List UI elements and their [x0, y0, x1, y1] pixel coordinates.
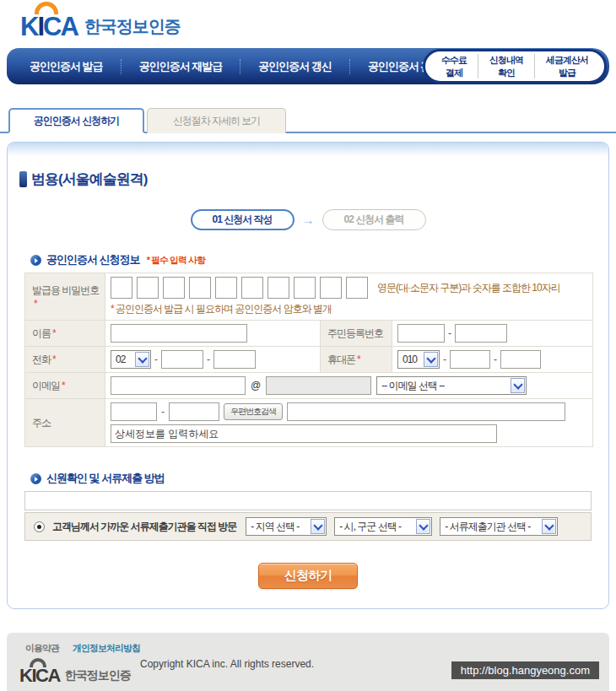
password-char-box[interactable] — [241, 277, 263, 299]
label-issue-password: 발급용 비밀번호* — [25, 273, 105, 321]
city-district-select[interactable]: - 시, 구군 선택 - — [334, 517, 432, 536]
address-base-input[interactable] — [287, 402, 565, 421]
email-domain-input[interactable] — [266, 376, 371, 395]
select-value: -- 이메일 선택 -- — [377, 379, 510, 393]
quick-links-pill: 수수료결제 신청내역확인 세금계산서발급 — [423, 49, 607, 84]
quick-link-tax-invoice[interactable]: 세금계산서발급 — [534, 54, 599, 78]
copyright-text: Copyright KICA inc. All rights reserved. — [140, 658, 314, 670]
required-fields-note: * 필수 입력 사항 — [147, 254, 205, 267]
note-text: 공인인증서 발급 시 필요하며 공인인증서 암호와 별개 — [116, 303, 332, 315]
mobile-prefix-select[interactable]: 010 — [397, 350, 440, 369]
header: KICA 한국정보인증 공인인증서 발급 공인인증서 재발급 공인인증서 갱신 … — [0, 0, 616, 84]
phone-prefix-select[interactable]: 02 — [111, 350, 151, 369]
tab-apply-certificate[interactable]: 공인인증서 신청하기 — [8, 108, 144, 133]
label-email: 이메일* — [25, 373, 105, 399]
quick-link-text: 확인 — [498, 67, 515, 78]
phone-last-input[interactable] — [213, 350, 256, 369]
chevron-down-icon — [511, 378, 525, 393]
section-bullet-icon — [30, 255, 41, 266]
quick-link-fee-payment[interactable]: 수수료결제 — [430, 54, 478, 78]
label-mobile: 휴대폰* — [321, 347, 392, 373]
quick-link-text: 세금계산서 — [546, 55, 588, 65]
quick-link-text: 결제 — [446, 67, 462, 78]
password-char-box[interactable] — [163, 277, 185, 299]
footer-links: 이용약관 개인정보처리방침 — [25, 642, 140, 655]
main-navigation: 공인인증서 발급 공인인증서 재발급 공인인증서 갱신 공인인증서 관리 수수료… — [7, 48, 609, 84]
label-text: 주소 — [32, 417, 51, 429]
page-title-text: 범용(서울예술원격) — [31, 170, 147, 189]
label-text: 발급용 비밀번호 — [32, 284, 99, 296]
zipcode-search-button[interactable]: 우편번호검색 — [224, 403, 283, 420]
watermark-url: http://blog.hangyeong.com — [451, 661, 599, 679]
dash-separator: - — [443, 354, 446, 365]
address-detail-input[interactable] — [111, 424, 497, 443]
password-note: * 공인인증서 발급 시 필요하며 공인인증서 암호와 별개 — [111, 302, 587, 316]
phone-middle-input[interactable] — [161, 350, 203, 369]
password-char-box[interactable] — [111, 277, 132, 299]
apply-button[interactable]: 신청하기 — [258, 563, 358, 589]
select-value: - 서류제출기관 선택 - — [440, 520, 541, 534]
dash-separator: - — [448, 327, 451, 339]
resident-number-back-input[interactable] — [455, 324, 507, 343]
password-char-box[interactable] — [137, 277, 159, 299]
required-star: * — [357, 354, 360, 365]
required-star: * — [52, 327, 56, 339]
quick-link-application-history[interactable]: 신청내역확인 — [478, 54, 534, 78]
application-form-table: 발급용 비밀번호* 영문(대·소문자 구분)과 숫자를 조합한 10자리 * 공… — [24, 273, 593, 447]
verification-empty-row — [24, 491, 592, 510]
kica-logo[interactable]: KICA 한국정보인증 — [20, 3, 181, 40]
chevron-down-icon — [135, 352, 149, 367]
password-char-box[interactable] — [294, 277, 316, 299]
region-select[interactable]: - 지역 선택 - — [246, 517, 327, 536]
main-content-box: 범용(서울예술원격) 01 신청서 작성 → 02 신청서 출력 공인인증서 신… — [7, 142, 609, 609]
nav-item-reissue[interactable]: 공인인증서 재발급 — [121, 59, 240, 74]
tab-bar: 공인인증서 신청하기 신청절차 자세히 보기 — [0, 108, 616, 133]
kica-logo-mark: KICA — [20, 3, 78, 40]
quick-link-text: 수수료 — [441, 55, 467, 65]
password-char-box[interactable] — [320, 277, 342, 299]
dash-separator: - — [154, 354, 158, 365]
visit-submission-radio[interactable] — [34, 521, 45, 532]
label-resident-number: 주민등록번호 — [321, 321, 392, 347]
terms-of-use-link[interactable]: 이용약관 — [25, 642, 59, 655]
password-char-box[interactable] — [346, 277, 368, 299]
label-text: 주민등록번호 — [327, 327, 383, 339]
mobile-last-input[interactable] — [500, 350, 541, 369]
password-char-box[interactable] — [267, 277, 289, 299]
arrow-right-icon: → — [302, 213, 315, 227]
tab-view-procedure[interactable]: 신청절차 자세히 보기 — [147, 108, 286, 133]
mobile-middle-input[interactable] — [450, 350, 490, 369]
label-name: 이름* — [25, 321, 105, 347]
chevron-down-icon — [416, 519, 430, 534]
section-title: 신원확인 및 서류제출 방법 — [46, 471, 165, 486]
resident-number-front-input[interactable] — [397, 324, 445, 343]
zipcode-back-input[interactable] — [169, 402, 219, 421]
submission-org-select[interactable]: - 서류제출기관 선택 - — [440, 517, 558, 536]
section-application-info: 공인인증서 신청정보 * 필수 입력 사항 — [30, 252, 608, 267]
nav-item-issue[interactable]: 공인인증서 발급 — [12, 59, 121, 74]
section-bullet-icon — [30, 473, 41, 484]
required-star: * — [34, 298, 37, 310]
logo-arc-icon — [35, 2, 58, 14]
email-at-symbol: @ — [251, 380, 261, 391]
zipcode-front-input[interactable] — [111, 402, 157, 421]
chevron-down-icon — [542, 519, 556, 534]
label-phone: 전화* — [25, 347, 105, 373]
email-domain-select[interactable]: -- 이메일 선택 -- — [376, 376, 527, 395]
logo-letter-k: K — [20, 12, 37, 41]
title-bar-icon — [19, 171, 27, 187]
label-text: 휴대폰 — [327, 354, 355, 365]
email-id-input[interactable] — [111, 376, 246, 395]
page-title: 범용(서울예술원격) — [19, 170, 608, 189]
name-input[interactable] — [111, 324, 247, 343]
label-text: 이메일 — [32, 380, 60, 391]
submit-area: 신청하기 — [8, 563, 608, 589]
footer-kica-logo: KICA 한국정보인증 — [19, 659, 131, 685]
nav-item-renew[interactable]: 공인인증서 갱신 — [240, 59, 349, 74]
password-char-box[interactable] — [215, 277, 237, 299]
password-char-box[interactable] — [189, 277, 211, 299]
dash-separator: - — [494, 354, 497, 365]
step-1-write-application: 01 신청서 작성 — [191, 209, 294, 230]
label-text: 전화 — [32, 354, 51, 365]
privacy-policy-link[interactable]: 개인정보처리방침 — [73, 642, 140, 655]
